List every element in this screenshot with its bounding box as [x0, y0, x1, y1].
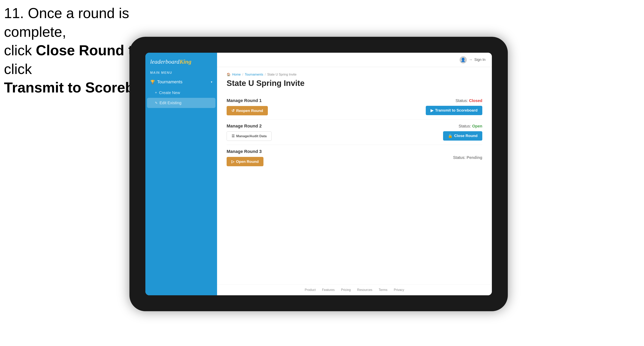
tablet-frame: leaderboardKing MAIN MENU 🏆 Tournaments … [130, 37, 508, 311]
footer-product[interactable]: Product [305, 288, 316, 292]
close-round-label: Close Round [454, 134, 478, 138]
main-menu-label: MAIN MENU [145, 69, 217, 76]
round-2-status-value: Open [472, 124, 482, 128]
app-layout: leaderboardKing MAIN MENU 🏆 Tournaments … [145, 53, 492, 295]
reopen-round-label: Reopen Round [236, 109, 263, 113]
transmit-label: Transmit to Scoreboard [435, 108, 478, 113]
audit-icon: ☰ [232, 134, 234, 138]
round-3-right: Status: Pending [453, 155, 482, 160]
breadcrumb-home[interactable]: Home [232, 73, 241, 76]
sidebar-item-edit-existing[interactable]: ✎ Edit Existing [147, 98, 216, 108]
round-3-title: Manage Round 3 [226, 149, 264, 154]
sidebar-nav: 🏆 Tournaments ▾ + Create New ✎ Edit Exis… [145, 76, 217, 295]
round-1-status: Status: Closed [456, 98, 482, 103]
round-3-status: Status: Pending [453, 155, 482, 160]
logo: leaderboardKing [150, 58, 212, 65]
logo-king: King [180, 58, 191, 65]
transmit-icon: ▶ [430, 108, 434, 113]
round-3-section: Manage Round 3 ▷ Open Round Status: Pend… [226, 145, 482, 170]
manage-audit-button[interactable]: ☰ Manage/Audit Data [226, 132, 272, 141]
avatar: 👤 [460, 56, 467, 63]
breadcrumb-sep2: / [265, 73, 266, 76]
edit-icon: ✎ [155, 101, 158, 105]
sidebar-tournaments-label: Tournaments [157, 79, 182, 85]
logo-area: leaderboardKing [145, 53, 217, 69]
round-2-section: Manage Round 2 ☰ Manage/Audit Data Statu… [226, 120, 482, 145]
footer-resources[interactable]: Resources [357, 288, 372, 292]
breadcrumb-tournaments[interactable]: Tournaments [245, 73, 263, 76]
edit-existing-label: Edit Existing [160, 101, 182, 105]
round-1-title: Manage Round 1 [226, 98, 268, 103]
open-round-button[interactable]: ▷ Open Round [226, 157, 264, 166]
sign-in-area[interactable]: 👤 → Sign In [460, 56, 486, 63]
sidebar-item-create-new[interactable]: + Create New [145, 88, 217, 98]
footer-features[interactable]: Features [322, 288, 334, 292]
sign-in-icon: → [469, 58, 472, 62]
reopen-icon: ↺ [232, 108, 234, 113]
create-new-label: Create New [159, 90, 180, 95]
round-1-status-value: Closed [469, 98, 482, 103]
sidebar: leaderboardKing MAIN MENU 🏆 Tournaments … [145, 53, 217, 295]
home-icon: 🏠 [226, 73, 230, 76]
round-1-right: Status: Closed ▶ Transmit to Scoreboard [426, 98, 482, 115]
open-round-label: Open Round [236, 160, 259, 164]
breadcrumb-current: State U Spring Invite [267, 73, 296, 76]
lock-icon: 🔒 [448, 134, 453, 138]
breadcrumb: 🏠 Home / Tournaments / State U Spring In… [226, 73, 482, 76]
main-content: 👤 → Sign In 🏠 Home / Tournaments / [217, 53, 492, 295]
trophy-icon: 🏆 [150, 80, 155, 84]
round-3-status-value: Pending [466, 155, 482, 160]
round-3-left: Manage Round 3 ▷ Open Round [226, 149, 264, 166]
logo-leaderboard: leaderboard [150, 58, 180, 65]
page-content: 🏠 Home / Tournaments / State U Spring In… [217, 67, 492, 284]
header-bar: 👤 → Sign In [217, 53, 492, 67]
chevron-down-icon: ▾ [211, 80, 212, 84]
footer-privacy[interactable]: Privacy [394, 288, 404, 292]
reopen-round-button[interactable]: ↺ Reopen Round [226, 106, 268, 115]
user-icon: 👤 [460, 57, 466, 62]
round-1-section: Manage Round 1 ↺ Reopen Round Status: Cl… [226, 94, 482, 120]
close-round-button[interactable]: 🔒 Close Round [443, 131, 482, 141]
page-title: State U Spring Invite [226, 79, 482, 88]
plus-icon: + [155, 91, 157, 95]
footer-terms[interactable]: Terms [379, 288, 388, 292]
round-1-left: Manage Round 1 ↺ Reopen Round [226, 98, 268, 115]
round-2-left: Manage Round 2 ☰ Manage/Audit Data [226, 124, 272, 141]
manage-audit-label: Manage/Audit Data [236, 134, 267, 138]
tablet-screen: leaderboardKing MAIN MENU 🏆 Tournaments … [145, 53, 492, 295]
round-2-title: Manage Round 2 [226, 124, 272, 129]
sidebar-item-tournaments[interactable]: 🏆 Tournaments ▾ [145, 76, 217, 88]
open-round-icon: ▷ [232, 159, 234, 164]
footer-pricing[interactable]: Pricing [341, 288, 351, 292]
round-2-right: Status: Open 🔒 Close Round [443, 124, 482, 141]
round-2-status: Status: Open [458, 124, 482, 129]
sign-in-label: Sign In [474, 58, 486, 62]
breadcrumb-sep1: / [242, 73, 243, 76]
footer: Product Features Pricing Resources Terms… [217, 284, 492, 295]
instruction-line1: 11. Once a round is complete, [4, 4, 183, 41]
transmit-to-scoreboard-button[interactable]: ▶ Transmit to Scoreboard [426, 106, 482, 115]
